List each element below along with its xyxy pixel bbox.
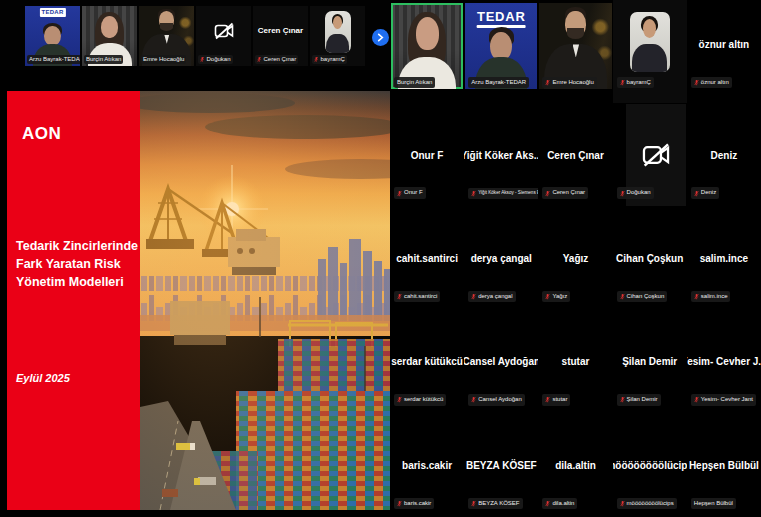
participant-tile-yigit[interactable]: Yiğit Köker Aks... Yiğit Köker Aksoy - S… [464,103,538,206]
participant-label: Cihan Çoşkun [617,291,668,303]
participant-tile-cihan[interactable]: Cihan Çoşkun Cihan Çoşkun [613,207,687,310]
participant-tile-bayram[interactable]: bayramÇ [613,0,687,103]
mic-muted-icon [545,396,550,403]
participant-label: Arzu Bayrak-TEDAR [27,55,80,65]
mic-muted-icon [620,500,625,507]
avatar [325,11,351,53]
participant-tile-ceren[interactable]: Ceren Çınar Ceren Çınar [253,6,308,66]
aon-logo: AON [22,124,61,144]
participant-label: dila.altin [542,498,577,510]
mic-muted-icon [620,190,625,197]
participant-tile-dogukan[interactable]: Doğukan [613,103,687,206]
participant-label: Onur F [394,187,426,199]
participant-tile-beyza[interactable]: BEYZA KÖSEF BEYZA KÖSEF [464,414,538,517]
participant-tile-salim[interactable]: salim.ince salim.ince [687,207,761,310]
participant-tile-dila[interactable]: dila.altin dila.altin [538,414,612,517]
participant-label: Cansel Aydoğan [468,394,525,406]
participant-tile-derya[interactable]: derya çangal derya çangal [464,207,538,310]
shared-screen-slide: AON Tedarik Zincirlerinde Fark Yaratan R… [7,91,390,510]
participant-label: Deniz [691,187,719,199]
participant-label: cahit.santirci [394,291,440,303]
slide-red-panel: AON Tedarik Zincirlerinde Fark Yaratan R… [7,91,140,510]
filmstrip-row: TEDAR Arzu Bayrak-TEDAR Burçin Atıkan [25,6,365,66]
participant-tile-cahit[interactable]: cahit.santirci cahit.santirci [390,207,464,310]
mic-muted-icon [397,396,402,403]
participant-tile-yagiz[interactable]: Yağız Yağız [538,207,612,310]
participant-label: Arzu Bayrak-TEDAR [468,77,529,89]
participant-label: Burçin Atıkan [84,55,123,65]
participant-label: Yesim- Cevher Jant [691,394,756,406]
mic-muted-icon [545,190,550,197]
mic-muted-icon [397,500,402,507]
more-participants-button[interactable] [372,29,389,46]
mic-muted-icon [620,293,625,300]
participant-label: Doğukan [198,55,233,65]
participant-tile-molucips[interactable]: möööööööölücips möööööööölücips [613,414,687,517]
participant-label: Yiğit Köker Aksoy - Siemens Energy [468,188,538,199]
mic-muted-icon [545,79,550,86]
mic-muted-icon [694,190,699,197]
filmstrip: TEDAR Arzu Bayrak-TEDAR Burçin Atıkan [0,0,390,70]
participant-tile-emre[interactable]: Emre Hocaoğlu [538,0,612,103]
port-sunset-photo [140,91,390,510]
participant-tile-yesim[interactable]: Yesim- Cevher J... Yesim- Cevher Jant [687,310,761,413]
chevron-right-icon [376,33,385,42]
participant-tile-oznur[interactable]: öznur altın öznur altın [687,0,761,103]
mic-muted-icon [694,396,699,403]
participant-name: öznur altın [687,0,761,89]
participant-label: Yağız [542,291,570,303]
participant-label: Emre Hocaoğlu [141,55,186,65]
participant-label: Burçin Atıkan [394,77,435,89]
participant-label: Ceren Çınar [542,187,588,199]
avatar [630,12,670,72]
mic-muted-icon [200,56,205,63]
mic-muted-icon [545,293,550,300]
mic-muted-icon [620,79,625,86]
participant-label: BEYZA KÖSEF [468,498,522,510]
mic-muted-icon [471,500,476,507]
mic-muted-icon [545,500,550,507]
mic-muted-icon [620,396,625,403]
mic-muted-icon [694,79,699,86]
participant-label: derya çangal [468,291,515,303]
mic-muted-icon [694,293,699,300]
mic-muted-icon [397,190,402,197]
participant-tile-ceren[interactable]: Ceren Çınar Ceren Çınar [538,103,612,206]
participant-label: bayramÇ [312,55,347,65]
participant-tile-hepsen[interactable]: Hepşen Bülbül Hepşen Bülbül [687,414,761,517]
camera-off-icon [212,19,236,43]
participant-label: Şilan Demir [617,394,661,406]
mic-muted-icon [471,190,476,197]
participant-tile-emre[interactable]: Emre Hocaoğlu [139,6,194,66]
participant-label: baris.cakir [394,498,434,510]
participant-label: Ceren Çınar [255,55,298,65]
participant-label: stutar [542,394,570,406]
meeting-window: TEDAR Arzu Bayrak-TEDAR Burçin Atıkan [0,0,761,517]
participant-label: salim.ince [691,291,731,303]
participant-label: Doğukan [617,187,654,199]
mic-muted-icon [397,293,402,300]
participant-tile-dogukan[interactable]: Doğukan [196,6,251,66]
participant-tile-burcin[interactable]: Burçin Atıkan [390,0,464,103]
participant-tile-onur[interactable]: Onur F Onur F [390,103,464,206]
participant-tile-bayram[interactable]: bayramÇ [310,6,365,66]
mic-muted-icon [471,293,476,300]
participant-tile-arzu[interactable]: TEDAR Arzu Bayrak-TEDAR [25,6,80,66]
participant-label: bayramÇ [617,77,654,89]
participant-tile-burcin[interactable]: Burçin Atıkan [82,6,137,66]
participant-tile-silan[interactable]: Şilan Demir Şilan Demir [613,310,687,413]
slide-title: Tedarik Zincirlerinde Fark Yaratan Risk … [16,237,138,291]
mic-muted-icon [471,396,476,403]
participant-tile-deniz[interactable]: Deniz Deniz [687,103,761,206]
participant-tile-cansel[interactable]: Cansel Aydoğan Cansel Aydoğan [464,310,538,413]
participant-label: Hepşen Bülbül [691,498,736,510]
participant-tile-serdar[interactable]: serdar kütükcü serdar kütükcü [390,310,464,413]
participant-label: möööööööölücips [617,498,677,510]
participant-label: öznur altın [691,77,732,89]
participant-name: Ceren Çınar [253,6,308,54]
participant-tile-stutar[interactable]: stutar stutar [538,310,612,413]
participant-tile-arzu[interactable]: TEDAR Arzu Bayrak-TEDAR [464,0,538,103]
participant-tile-baris[interactable]: baris.cakir baris.cakir [390,414,464,517]
mic-muted-icon [314,56,319,63]
mic-muted-icon [257,56,262,63]
